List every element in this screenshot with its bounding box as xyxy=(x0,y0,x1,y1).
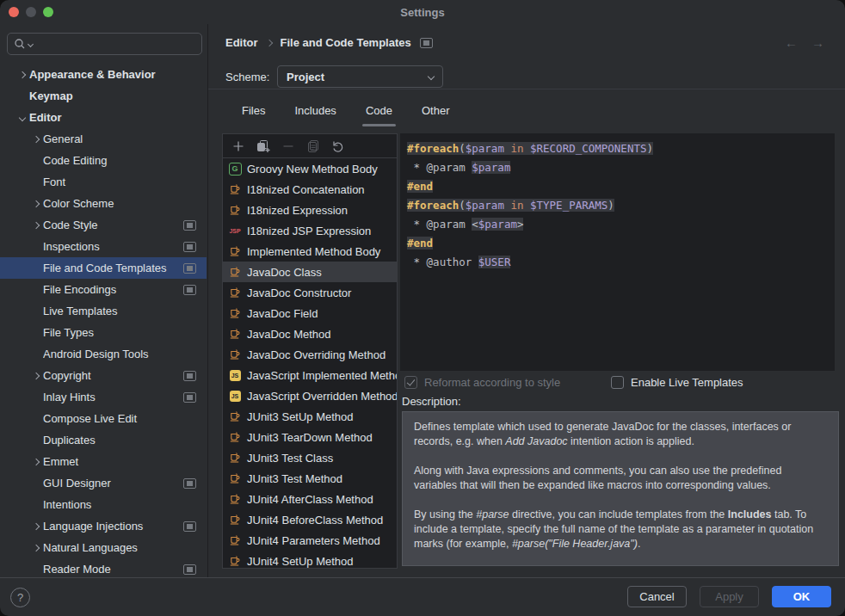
template-code-editor[interactable]: #foreach($param in $RECORD_COMPONENTS) *… xyxy=(400,133,835,371)
template-item-groovy-new-method-body[interactable]: GGroovy New Method Body xyxy=(223,158,397,179)
sidebar-item-natural-languages[interactable]: Natural Languages xyxy=(0,537,207,558)
template-item-junit3-test-class[interactable]: JUnit3 Test Class xyxy=(223,447,397,468)
sidebar-item-language-injections[interactable]: Language Injections xyxy=(0,515,207,537)
sidebar-item-appearance-behavior[interactable]: Appearance & Behavior xyxy=(0,64,207,85)
minimize-window-button[interactable] xyxy=(26,7,36,17)
template-item-javascript-implemented-method-body[interactable]: JSJavaScript Implemented Method Body xyxy=(223,365,397,385)
sidebar-item-gui-designer[interactable]: GUI Designer xyxy=(0,472,207,494)
sidebar-item-file-and-code-templates[interactable]: File and Code Templates xyxy=(0,257,207,279)
template-item-javadoc-constructor[interactable]: JavaDoc Constructor xyxy=(223,282,397,303)
description-panel: Defines template which used to generate … xyxy=(402,411,839,566)
sidebar-item-general[interactable]: General xyxy=(0,128,207,150)
sidebar-item-android-design-tools[interactable]: Android Design Tools xyxy=(0,343,207,365)
add-template-icon[interactable] xyxy=(231,139,245,153)
java-cup-icon xyxy=(228,306,242,320)
enable-live-templates-checkbox[interactable] xyxy=(611,376,624,389)
tree-right-chevron-icon[interactable] xyxy=(29,373,43,379)
template-item-javadoc-field[interactable]: JavaDoc Field xyxy=(223,303,397,323)
settings-window: Settings Appearance & BehaviorKeymapEdit… xyxy=(0,0,845,616)
sidebar-item-code-style[interactable]: Code Style xyxy=(0,214,207,236)
sidebar-item-label: Inlay Hints xyxy=(43,391,183,403)
sidebar-item-label: Natural Languages xyxy=(43,541,207,554)
breadcrumb-section[interactable]: Editor xyxy=(225,36,258,49)
back-arrow-icon[interactable]: ← xyxy=(785,36,798,49)
tree-right-chevron-icon[interactable] xyxy=(29,201,43,206)
forward-arrow-icon[interactable]: → xyxy=(811,36,824,49)
template-item-i18nized-concatenation[interactable]: I18nized Concatenation xyxy=(223,179,397,200)
tree-right-chevron-icon[interactable] xyxy=(29,459,43,465)
create-child-template-icon[interactable] xyxy=(256,139,270,153)
scheme-select[interactable]: Project xyxy=(277,65,443,88)
template-item-junit4-afterclass-method[interactable]: JUnit4 AfterClass Method xyxy=(223,489,397,509)
search-icon xyxy=(14,38,26,50)
sidebar-item-code-editing[interactable]: Code Editing xyxy=(0,150,207,171)
tab-files[interactable]: Files xyxy=(227,97,280,126)
template-item-javadoc-method[interactable]: JavaDoc Method xyxy=(223,323,397,344)
tab-code[interactable]: Code xyxy=(351,97,407,126)
tree-right-chevron-icon[interactable] xyxy=(29,545,43,551)
template-item-junit3-setup-method[interactable]: JUnit3 SetUp Method xyxy=(223,406,397,427)
cancel-button[interactable]: Cancel xyxy=(627,586,687,607)
sidebar-item-compose-live-edit[interactable]: Compose Live Edit xyxy=(0,408,207,429)
sidebar-item-inspections[interactable]: Inspections xyxy=(0,236,207,257)
template-item-i18nized-jsp-expression[interactable]: JSPI18nized JSP Expression xyxy=(223,220,397,241)
description-label: Description: xyxy=(402,395,461,408)
tree-right-chevron-icon[interactable] xyxy=(29,524,43,529)
template-item-javascript-overridden-method-body[interactable]: JSJavaScript Overridden Method Body xyxy=(223,385,397,406)
tree-right-chevron-icon[interactable] xyxy=(29,223,43,228)
sidebar-item-file-encodings[interactable]: File Encodings xyxy=(0,279,207,300)
sidebar-item-live-templates[interactable]: Live Templates xyxy=(0,300,207,322)
remove-template-icon[interactable] xyxy=(281,139,295,153)
code-line: #end xyxy=(407,177,828,196)
tab-includes[interactable]: Includes xyxy=(280,97,350,126)
sidebar-item-emmet[interactable]: Emmet xyxy=(0,451,207,472)
sidebar-item-intentions[interactable]: Intentions xyxy=(0,494,207,515)
template-item-javadoc-class[interactable]: JavaDoc Class xyxy=(223,262,397,282)
zoom-window-button[interactable] xyxy=(43,7,53,17)
template-item-junit3-test-method[interactable]: JUnit3 Test Method xyxy=(223,468,397,489)
sidebar-item-keymap[interactable]: Keymap xyxy=(0,85,207,107)
scheme-separator xyxy=(208,89,845,89)
sidebar-item-color-scheme[interactable]: Color Scheme xyxy=(0,193,207,214)
close-window-button[interactable] xyxy=(9,7,19,17)
reformat-checkbox[interactable] xyxy=(404,376,417,389)
template-item-label: JUnit4 AfterClass Method xyxy=(247,493,373,506)
tree-right-chevron-icon[interactable] xyxy=(15,72,29,77)
tab-other[interactable]: Other xyxy=(407,97,465,126)
sidebar-item-editor[interactable]: Editor xyxy=(0,107,207,128)
copy-template-icon[interactable] xyxy=(306,139,320,153)
java-cup-icon xyxy=(228,513,242,527)
template-item-javadoc-overriding-method[interactable]: JavaDoc Overriding Method xyxy=(223,344,397,365)
sidebar-item-duplicates[interactable]: Duplicates xyxy=(0,429,207,451)
template-item-junit3-teardown-method[interactable]: JUnit3 TearDown Method xyxy=(223,427,397,447)
sidebar-item-label: File Encodings xyxy=(43,283,183,296)
code-line: * @author $USER xyxy=(407,253,828,272)
sidebar-item-label: Live Templates xyxy=(43,305,207,317)
template-item-label: JavaDoc Field xyxy=(247,307,318,320)
description-paragraph: Defines template which used to generate … xyxy=(414,420,827,449)
apply-button[interactable]: Apply xyxy=(700,586,759,607)
settings-search-box[interactable] xyxy=(7,33,202,55)
reset-template-icon[interactable] xyxy=(331,139,345,153)
search-input[interactable] xyxy=(35,37,195,52)
template-item-junit4-setup-method[interactable]: JUnit4 SetUp Method xyxy=(223,551,397,569)
sidebar-item-reader-mode[interactable]: Reader Mode xyxy=(0,558,207,578)
footer-buttons: Cancel Apply OK xyxy=(627,586,831,607)
sidebar-item-copyright[interactable]: Copyright xyxy=(0,365,207,386)
help-button[interactable]: ? xyxy=(10,588,30,607)
java-cup-icon xyxy=(228,554,242,568)
tree-down-chevron-icon[interactable] xyxy=(15,115,29,120)
template-item-i18nized-expression[interactable]: I18nized Expression xyxy=(223,200,397,220)
ok-button[interactable]: OK xyxy=(772,586,831,607)
sidebar-item-file-types[interactable]: File Types xyxy=(0,322,207,343)
sidebar-item-inlay-hints[interactable]: Inlay Hints xyxy=(0,386,207,408)
template-item-implemented-method-body[interactable]: Implemented Method Body xyxy=(223,241,397,262)
sidebar-item-font[interactable]: Font xyxy=(0,171,207,193)
project-scope-badge-icon xyxy=(183,564,196,575)
tree-right-chevron-icon[interactable] xyxy=(29,137,43,142)
scheme-label: Scheme: xyxy=(225,71,269,83)
template-item-junit4-parameters-method[interactable]: JUnit4 Parameters Method xyxy=(223,530,397,551)
template-item-junit4-beforeclass-method[interactable]: JUnit4 BeforeClass Method xyxy=(223,509,397,530)
live-templates-checkbox-group: Enable Live Templates xyxy=(611,376,743,389)
sidebar-item-label: Reader Mode xyxy=(43,563,183,576)
